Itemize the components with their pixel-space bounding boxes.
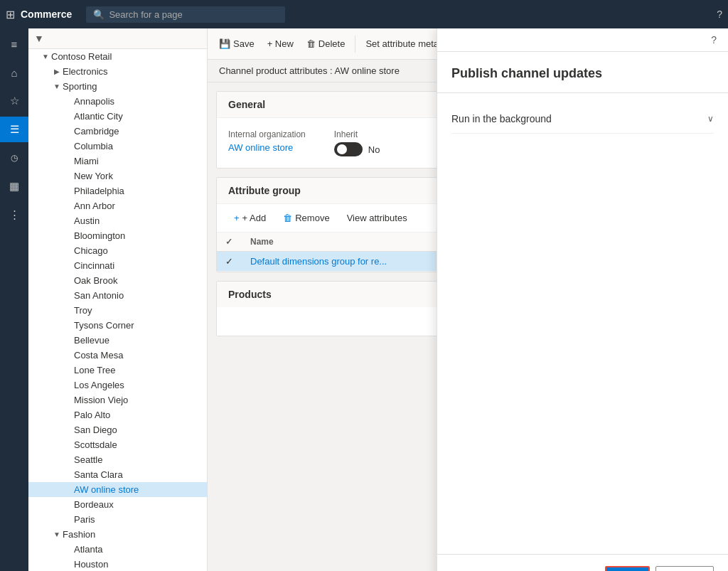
sidebar-toolbar: ▼ (28, 28, 207, 49)
nav-workspaces[interactable]: ▦ (0, 174, 28, 199)
tree-item-aw-online-store[interactable]: AW online store (28, 482, 207, 497)
tree-item-troy[interactable]: Troy (28, 303, 207, 318)
tree-item-santa-clara[interactable]: Santa Clara (28, 467, 207, 482)
tree-item-bordeaux[interactable]: Bordeaux (28, 497, 207, 512)
tree-item-costa-mesa[interactable]: Costa Mesa (28, 348, 207, 363)
tree-item-san-antonio[interactable]: San Antonio (28, 288, 207, 303)
save-icon: 💾 (219, 38, 230, 49)
search-icon: 🔍 (93, 9, 105, 20)
new-button[interactable]: + New (262, 36, 299, 52)
nav-list[interactable]: ⋮ (0, 202, 28, 228)
tree-item-seattle[interactable]: Seattle (28, 452, 207, 467)
search-box[interactable]: 🔍 (86, 6, 285, 23)
tree-item-new-york[interactable]: New York (28, 169, 207, 183)
remove-button[interactable]: 🗑 Remove (277, 210, 335, 226)
help-icon[interactable]: ? (717, 9, 722, 20)
delete-icon: 🗑 (306, 38, 316, 49)
col-check: ✓ (217, 233, 242, 252)
main-container: ≡ ⌂ ☆ ☰ ◷ ▦ ⋮ ▼ ▼ Contoso Retail ▶ Elect… (0, 28, 728, 571)
nav-modules[interactable]: ☰ (0, 117, 28, 142)
tree-item-cincinnati[interactable]: Cincinnati (28, 258, 207, 273)
chevron-down-icon: ∨ (707, 114, 714, 124)
tree-item-atlantic-city[interactable]: Atlantic City (28, 109, 207, 124)
tree-item-fashion[interactable]: ▼ Fashion (28, 527, 207, 542)
tree-item-columbia[interactable]: Columbia (28, 139, 207, 154)
delete-button[interactable]: 🗑 Delete (301, 36, 351, 52)
tree-item-contoso-retail[interactable]: ▼ Contoso Retail (28, 49, 207, 64)
run-in-background-row[interactable]: Run in the background ∨ (451, 105, 714, 134)
inherit-field: Inherit No (334, 129, 380, 156)
view-attributes-button[interactable]: View attributes (341, 210, 413, 226)
nav-hamburger[interactable]: ≡ (0, 31, 28, 57)
tree-container: ▼ Contoso Retail ▶ Electronics ▼ Sportin… (28, 49, 207, 571)
top-bar: ⊞ Commerce 🔍 ? (0, 0, 728, 28)
tree-item-san-diego[interactable]: San Diego (28, 422, 207, 437)
toggle-knob (337, 144, 347, 154)
tree-item-palo-alto[interactable]: Palo Alto (28, 407, 207, 422)
right-panel-footer: OK Cancel (437, 554, 728, 571)
add-icon: + (234, 213, 240, 223)
cancel-button[interactable]: Cancel (655, 566, 714, 571)
tree-item-oak-brook[interactable]: Oak Brook (28, 273, 207, 288)
nav-icons: ≡ ⌂ ☆ ☰ ◷ ▦ ⋮ (0, 28, 28, 571)
tree-item-philadelphia[interactable]: Philadelphia (28, 183, 207, 198)
tree-item-bloomington[interactable]: Bloomington (28, 228, 207, 243)
tree-item-miami[interactable]: Miami (28, 154, 207, 169)
right-panel-header: Publish channel updates (437, 52, 728, 93)
tree-item-paris[interactable]: Paris (28, 512, 207, 527)
apps-grid-icon[interactable]: ⊞ (6, 8, 15, 21)
tree-item-bellevue[interactable]: Bellevue (28, 333, 207, 348)
tree-item-sporting[interactable]: ▼ Sporting (28, 79, 207, 94)
save-button[interactable]: 💾 Save (213, 36, 260, 52)
nav-home[interactable]: ⌂ (0, 60, 28, 85)
panel-help-icon[interactable]: ? (705, 31, 722, 48)
inherit-toggle[interactable] (334, 142, 363, 156)
internal-org-value[interactable]: AW online store (228, 142, 306, 153)
inherit-label: Inherit (334, 129, 380, 139)
sidebar: ▼ ▼ Contoso Retail ▶ Electronics ▼ Sport (28, 28, 208, 571)
tree-item-scottsdale[interactable]: Scottsdale (28, 437, 207, 452)
internal-org-label: Internal organization (228, 129, 306, 139)
tree-item-austin[interactable]: Austin (28, 213, 207, 228)
right-panel-title: Publish channel updates (451, 66, 602, 80)
col-name: Name (242, 233, 450, 252)
search-input[interactable] (109, 9, 265, 20)
cmd-separator (355, 36, 355, 53)
tree-item-houston[interactable]: Houston (28, 557, 207, 571)
tree-item-ann-arbor[interactable]: Ann Arbor (28, 198, 207, 213)
tree-item-atlanta[interactable]: Atlanta (28, 542, 207, 557)
ok-button[interactable]: OK (605, 566, 650, 571)
tree-item-cambridge[interactable]: Cambridge (28, 124, 207, 139)
row-check: ✓ (217, 252, 242, 272)
right-panel-body: Run in the background ∨ (437, 93, 728, 554)
filter-icon[interactable]: ▼ (34, 33, 44, 44)
row-name[interactable]: Default dimensions group for re... (242, 252, 450, 272)
internal-org-field: Internal organization AW online store (228, 129, 306, 153)
tree-item-los-angeles[interactable]: Los Angeles (28, 378, 207, 393)
nav-recent[interactable]: ◷ (0, 145, 28, 171)
add-button[interactable]: + + Add (228, 210, 272, 226)
remove-icon: 🗑 (283, 213, 292, 223)
tree-item-annapolis[interactable]: Annapolis (28, 94, 207, 109)
inherit-toggle-row: No (334, 142, 380, 156)
tree-item-electronics[interactable]: ▶ Electronics (28, 64, 207, 79)
tree-item-tysons-corner[interactable]: Tysons Corner (28, 318, 207, 333)
tree-item-mission-viejo[interactable]: Mission Viejo (28, 393, 207, 407)
app-title: Commerce (21, 9, 72, 20)
inherit-toggle-label: No (368, 144, 380, 155)
tree-item-lone-tree[interactable]: Lone Tree (28, 363, 207, 378)
run-in-background-label: Run in the background (451, 113, 552, 124)
tree-item-chicago[interactable]: Chicago (28, 243, 207, 258)
right-panel: ? Publish channel updates Run in the bac… (437, 28, 728, 571)
nav-favorites[interactable]: ☆ (0, 88, 28, 114)
